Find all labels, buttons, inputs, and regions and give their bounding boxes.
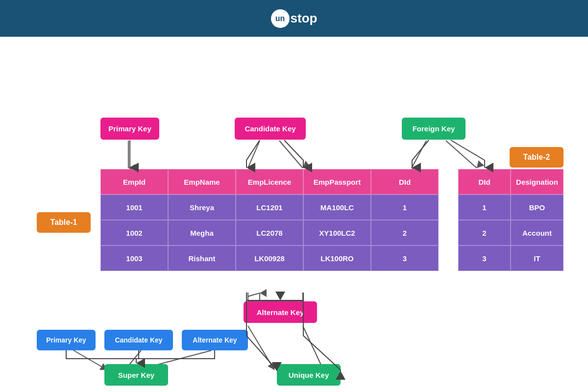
header: un stop: [0, 0, 588, 37]
svg-line-9: [248, 293, 260, 296]
foreign-key-label: Foreign Key: [402, 118, 466, 140]
legend-alternate-key: Alternate Key: [182, 330, 248, 350]
table2-label: Table-2: [510, 147, 564, 168]
legend-candidate-key: Candidate Key: [104, 330, 173, 350]
cell2-3: 3: [458, 245, 511, 271]
unique-key-label: Unique Key: [277, 364, 341, 386]
cell-lc1201: LC1201: [236, 195, 303, 220]
cell-1003: 1003: [100, 245, 168, 271]
cell-1001: 1001: [100, 195, 168, 220]
cell-did-3: 3: [371, 245, 439, 271]
cell-megha: Megha: [168, 220, 236, 245]
cell-shreya: Shreya: [168, 195, 236, 220]
cell-lk100ro: LK100RO: [303, 245, 371, 271]
cell-ma100lc: MA100LC: [303, 195, 371, 220]
cell-xy100lc2: XY100LC2: [303, 220, 371, 245]
cell-1002: 1002: [100, 220, 168, 245]
col2-did: DId: [458, 169, 511, 195]
cell-did-2: 2: [371, 220, 439, 245]
col-emplecence: EmpLicence: [236, 169, 303, 195]
candidate-key-label: Candidate Key: [235, 118, 306, 140]
legend-primary-key: Primary Key: [37, 330, 96, 350]
table2: DId Designation 1 BPO 2 Account 3 IT: [458, 169, 564, 271]
cell-lc2078: LC2078: [236, 220, 303, 245]
cell-rishant: Rishant: [168, 245, 236, 271]
logo: un stop: [271, 9, 318, 28]
cell2-account: Account: [511, 220, 564, 245]
cell-did-1: 1: [371, 195, 439, 220]
svg-line-7: [412, 141, 426, 168]
col-emppassport: EmpPassport: [303, 169, 371, 195]
col2-designation: Designation: [511, 169, 564, 195]
logo-circle: un: [271, 9, 290, 28]
logo-stop: stop: [291, 11, 318, 26]
svg-line-20: [248, 326, 274, 370]
col-empname: EmpName: [168, 169, 236, 195]
cell2-1: 1: [458, 195, 511, 220]
cell2-bpo: BPO: [511, 195, 564, 220]
cell-lk00928: LK00928: [236, 245, 303, 271]
primary-key-label: Primary Key: [100, 118, 159, 140]
super-key-label: Super Key: [104, 364, 168, 386]
logo-un: un: [275, 14, 285, 23]
table1-label: Table-1: [37, 212, 91, 233]
svg-line-17: [74, 350, 107, 370]
cell2-it: IT: [511, 245, 564, 271]
svg-line-21: [303, 326, 323, 370]
svg-line-8: [446, 141, 477, 168]
cell2-2: 2: [458, 220, 511, 245]
svg-line-6: [279, 141, 303, 168]
main-content: Primary Key Candidate Key Foreign Key Ta…: [0, 37, 588, 392]
alternate-key-middle: Alternate Key: [244, 301, 317, 323]
col-empid: EmpId: [100, 169, 168, 195]
table1: EmpId EmpName EmpLicence EmpPassport DId…: [100, 169, 439, 271]
svg-line-5: [248, 141, 260, 168]
col-did: DId: [371, 169, 439, 195]
